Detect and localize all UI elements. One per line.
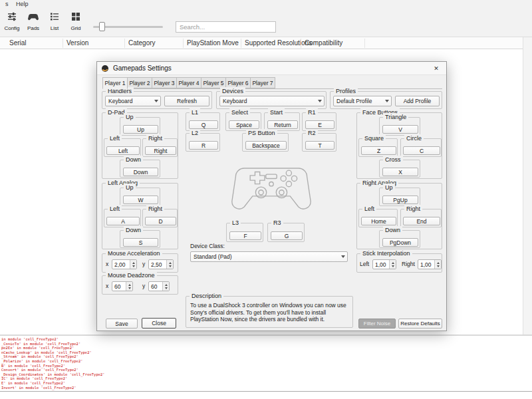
stick-interpolation-left-spin[interactable]: 1,00 — [372, 259, 396, 269]
l3-group: L3 F — [226, 223, 263, 242]
spinner-arrows-icon[interactable] — [130, 260, 136, 269]
refresh-button[interactable]: Refresh — [164, 96, 209, 106]
dpad-down-label: Down — [124, 156, 143, 164]
chevron-down-icon — [338, 252, 347, 261]
menu-item-help[interactable]: Help — [16, 1, 29, 7]
gamepad-icon — [28, 10, 39, 24]
menu-bar: s Help — [0, 0, 532, 9]
right-analog-right-group: Right End — [400, 209, 442, 227]
mouse-accel-y-spin[interactable]: 2,50 — [148, 259, 174, 269]
column-separator[interactable] — [183, 39, 184, 48]
mouse-acceleration-group: Mouse Acceleration x 2,00 y 2,50 — [102, 253, 178, 273]
grid-icon — [71, 10, 80, 24]
device-class-select[interactable]: Standard (Pad) — [190, 251, 348, 262]
stick-interpolation-left-value: 1,00 — [373, 261, 386, 268]
select-key-button[interactable]: Space — [229, 120, 259, 129]
column-separator[interactable] — [63, 39, 63, 48]
tab-player-1[interactable]: Player 1 — [102, 77, 128, 89]
left-analog-left-key-button[interactable]: A — [106, 217, 140, 225]
log-input[interactable] — [0, 391, 532, 399]
l2-label: L2 — [190, 129, 200, 138]
column-header-compatibility[interactable]: Compatibility — [305, 39, 342, 47]
spinner-arrows-icon[interactable] — [166, 260, 173, 269]
circle-key-button[interactable]: C — [403, 146, 440, 155]
close-button[interactable]: Close — [142, 318, 176, 329]
spinner-arrows-icon[interactable] — [389, 260, 396, 269]
stick-interpolation-right-spin[interactable]: 1,00 — [418, 259, 442, 269]
profile-select[interactable]: Default Profile — [333, 96, 392, 106]
r1-key-button[interactable]: E — [305, 120, 334, 129]
triangle-key-button[interactable]: V — [382, 125, 418, 134]
grid-view-button-label: Grid — [70, 25, 80, 31]
log-line: IC' in module 'cell_FreeType2' — [1, 376, 532, 381]
dpad-right-key-button[interactable]: Right — [145, 146, 176, 155]
dpad-down-group: Down Down — [120, 160, 160, 178]
search-input[interactable] — [176, 21, 276, 33]
mouse-deadzone-y-spin[interactable]: 60 — [148, 281, 170, 291]
tab-player-7[interactable]: Player 7 — [250, 77, 275, 88]
r2-key-button[interactable]: T — [305, 141, 334, 150]
left-analog-right-group: Right D — [142, 209, 178, 227]
device-select[interactable]: Keyboard — [219, 96, 325, 106]
l1-key-button[interactable]: Q — [189, 120, 218, 129]
l1-label: L1 — [190, 108, 200, 117]
l3-label: L3 — [230, 219, 241, 227]
tab-player-4[interactable]: Player 4 — [176, 77, 201, 88]
dialog-title-bar[interactable]: Gamepads Settings ✕ — [97, 62, 446, 75]
right-analog-left-key-button[interactable]: Home — [361, 217, 396, 225]
left-analog-up-key-button[interactable]: W — [123, 196, 158, 204]
l3-key-button[interactable]: F — [229, 231, 261, 240]
dpad-up-key-button[interactable]: Up — [123, 125, 158, 134]
l2-key-button[interactable]: R — [189, 141, 218, 150]
circle-label: Circle — [404, 134, 424, 143]
square-group: Square Z — [358, 138, 398, 157]
spinner-arrows-icon[interactable] — [434, 260, 441, 269]
column-header-supported-resolutions[interactable]: Supported Resolutions — [245, 39, 312, 47]
column-header-playstation-move[interactable]: PlayStation Move — [187, 39, 239, 47]
cross-key-button[interactable]: X — [382, 168, 418, 176]
ps-button-group: PS Button Backspace — [242, 133, 289, 152]
square-key-button[interactable]: Z — [361, 146, 396, 155]
left-analog-right-key-button[interactable]: D — [145, 217, 176, 225]
icon-size-slider-handle[interactable] — [99, 22, 105, 31]
column-separator[interactable] — [241, 39, 241, 48]
right-analog-up-key-button[interactable]: PgUp — [382, 196, 418, 204]
right-analog-down-key-button[interactable]: PgDown — [382, 238, 418, 247]
config-button[interactable]: Config — [1, 10, 23, 36]
pads-button[interactable]: Pads — [23, 10, 44, 36]
ps-button-key-button[interactable]: Backspace — [245, 141, 287, 150]
mouse-deadzone-x-spin[interactable]: 60 — [112, 281, 133, 291]
list-view-button[interactable]: List — [44, 10, 65, 36]
log-line: B' in module 'cell_FreeType2' — [1, 364, 532, 368]
column-header-version[interactable]: Version — [66, 39, 88, 47]
save-button[interactable]: Save — [106, 319, 138, 329]
add-profile-button[interactable]: Add Profile — [395, 96, 440, 106]
menu-item-truncated[interactable]: s — [5, 1, 9, 7]
column-separator[interactable] — [364, 39, 365, 48]
dpad-up-label: Up — [124, 113, 136, 122]
r3-key-button[interactable]: G — [271, 231, 303, 240]
column-header-serial[interactable]: Serial — [9, 39, 27, 47]
restore-defaults-button[interactable]: Restore Defaults — [398, 319, 442, 329]
start-key-button[interactable]: Return — [267, 120, 298, 129]
filter-noise-button[interactable]: Filter Noise — [358, 319, 396, 329]
column-header-category[interactable]: Category — [128, 39, 156, 47]
dpad-down-key-button[interactable]: Down — [123, 168, 158, 176]
mouse-accel-x-spin[interactable]: 2,00 — [112, 259, 137, 269]
column-separator[interactable] — [301, 39, 301, 48]
mouse-acceleration-title: Mouse Acceleration — [106, 249, 162, 258]
left-analog-down-key-button[interactable]: S — [123, 238, 158, 247]
dpad-left-key-button[interactable]: Left — [106, 146, 140, 155]
column-separator[interactable] — [124, 39, 125, 48]
stick-interpolation-right-value: 1,00 — [418, 261, 432, 268]
spinner-arrows-icon[interactable] — [126, 282, 132, 291]
game-list-scrollbar[interactable] — [523, 37, 532, 334]
grid-view-button[interactable]: Grid — [65, 10, 86, 36]
handler-select[interactable]: Keyboard — [105, 96, 161, 106]
game-list-header: Serial Version Category PlayStation Move… — [0, 37, 532, 49]
close-icon[interactable]: ✕ — [426, 62, 446, 74]
spinner-arrows-icon[interactable] — [162, 282, 169, 291]
dpad-left-group: Left Left — [104, 138, 141, 157]
tab-player-3[interactable]: Player 3 — [152, 77, 177, 88]
right-analog-right-key-button[interactable]: End — [403, 217, 440, 225]
